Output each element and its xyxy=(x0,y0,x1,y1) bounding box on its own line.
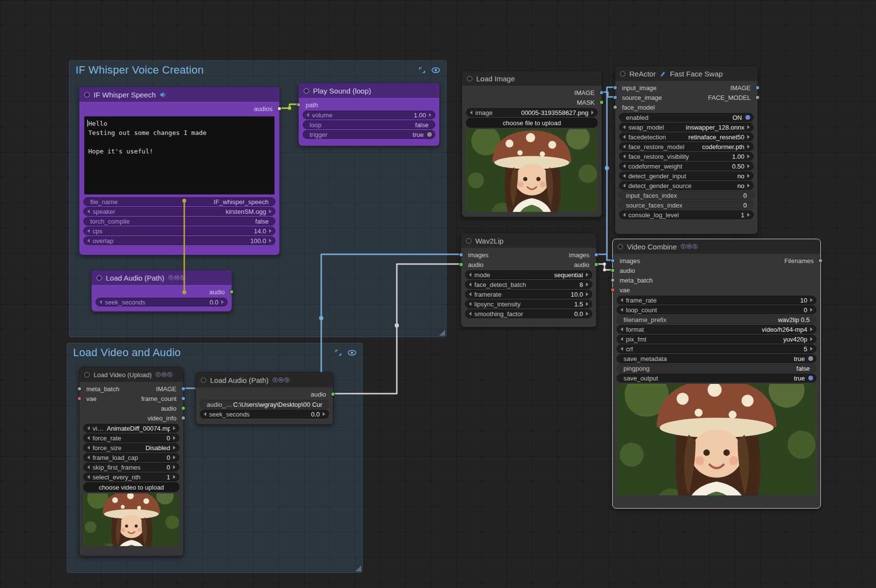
increment-arrow[interactable] xyxy=(269,229,272,233)
toggle-knob[interactable] xyxy=(808,375,814,381)
widget-skip-first-frames[interactable]: skip_first_frames 0 xyxy=(83,463,179,472)
collapse-dot[interactable] xyxy=(201,378,206,383)
increment-arrow[interactable] xyxy=(173,465,175,469)
widget-detect-gender-input[interactable]: detect_gender_input no xyxy=(619,171,754,180)
node-graph-canvas[interactable]: { "canvas": {"width": 1797, "height": 12… xyxy=(0,0,876,588)
increment-arrow[interactable] xyxy=(586,283,588,286)
widget-filename-prefix[interactable]: filename_prefix wav2lip 0.5 xyxy=(617,315,817,324)
decrement-arrow[interactable] xyxy=(469,312,471,316)
increment-arrow[interactable] xyxy=(747,145,750,149)
output-slot-audio[interactable] xyxy=(331,392,335,397)
widget-cps[interactable]: cps 14.0 xyxy=(83,227,275,235)
widget-facedetection[interactable]: facedetection retinaface_resnet50 xyxy=(619,133,754,141)
increment-arrow[interactable] xyxy=(747,125,750,129)
fit-group-icon[interactable] xyxy=(418,67,427,74)
output-slot-image[interactable] xyxy=(756,86,760,90)
node-if-whisper-speech[interactable]: IF Whisper Speech audios Hello Testing o… xyxy=(79,87,280,255)
decrement-arrow[interactable] xyxy=(99,300,102,304)
toggle-knob[interactable] xyxy=(745,114,751,120)
widget-mode[interactable]: mode sequential xyxy=(465,270,592,279)
increment-arrow[interactable] xyxy=(810,327,813,331)
decrement-arrow[interactable] xyxy=(87,209,90,213)
decrement-arrow[interactable] xyxy=(87,465,90,469)
collapse-dot[interactable] xyxy=(620,71,625,76)
decrement-arrow[interactable] xyxy=(469,283,471,286)
output-slot-audios[interactable] xyxy=(277,107,282,111)
increment-arrow[interactable] xyxy=(586,302,588,306)
input-slot-meta-batch[interactable] xyxy=(611,278,615,283)
widget-face-detect-batch[interactable]: face_detect_batch 8 xyxy=(465,280,592,289)
increment-arrow[interactable] xyxy=(747,135,750,139)
widget-torch-compile[interactable]: torch_compile false xyxy=(83,217,275,226)
increment-arrow[interactable] xyxy=(747,154,750,158)
decrement-arrow[interactable] xyxy=(623,184,625,188)
input-slot-audio[interactable] xyxy=(611,268,615,273)
increment-arrow[interactable] xyxy=(269,239,272,243)
output-slot-image[interactable] xyxy=(600,91,604,95)
widget-codeformer-weight[interactable]: codeformer_weight 0.50 xyxy=(619,162,754,171)
output-slot-images[interactable] xyxy=(594,253,599,257)
output-slot-image[interactable] xyxy=(181,387,186,391)
increment-arrow[interactable] xyxy=(810,308,813,312)
widget-overlap[interactable]: overlap 100.0 xyxy=(83,236,275,245)
decrement-arrow[interactable] xyxy=(470,111,472,114)
widget-swap-model[interactable]: swap_model inswapper_128.onnx xyxy=(619,123,754,132)
node-reactor-face-swap[interactable]: ReActor Fast Face Swap input_image IMAGE… xyxy=(615,66,758,234)
widget-loop-count[interactable]: loop_count 0 xyxy=(617,305,817,314)
decrement-arrow[interactable] xyxy=(623,125,625,129)
decrement-arrow[interactable] xyxy=(87,426,90,430)
node-titlebar[interactable]: Load Audio (Path) ⓋⒽⓈ xyxy=(196,373,333,387)
decrement-arrow[interactable] xyxy=(621,308,623,312)
node-load-video-upload[interactable]: Load Video (Upload) ⓋⒽⓈ meta_batch IMAGE… xyxy=(79,367,184,556)
decrement-arrow[interactable] xyxy=(307,113,309,117)
increment-arrow[interactable] xyxy=(747,164,750,168)
increment-arrow[interactable] xyxy=(221,300,224,304)
decrement-arrow[interactable] xyxy=(621,347,623,351)
eye-icon[interactable] xyxy=(431,67,440,74)
widget-seek-seconds[interactable]: seek_seconds 0.0 xyxy=(96,298,228,306)
decrement-arrow[interactable] xyxy=(621,298,623,302)
widget-frame-load-cap[interactable]: frame_load_cap 0 xyxy=(83,453,179,462)
collapse-dot[interactable] xyxy=(97,275,102,281)
node-wav2lip[interactable]: Wav2Lip images images audio audio mode s… xyxy=(461,233,597,327)
node-play-sound[interactable]: Play Sound (loop) path volume 1.00 loop … xyxy=(298,83,440,146)
increment-arrow[interactable] xyxy=(747,174,750,178)
collapse-dot[interactable] xyxy=(618,244,623,249)
widget-crf[interactable]: crf 5 xyxy=(617,344,817,353)
widget-framerate[interactable]: framerate 10.0 xyxy=(465,290,592,299)
decrement-arrow[interactable] xyxy=(87,239,90,243)
node-titlebar[interactable]: Load Image xyxy=(462,71,602,86)
decrement-arrow[interactable] xyxy=(623,135,625,139)
widget-save-output[interactable]: save_output true xyxy=(617,374,817,382)
choose-video-button[interactable]: choose video to upload xyxy=(83,482,179,492)
node-titlebar[interactable]: Load Video (Upload) ⓋⒽⓈ xyxy=(79,367,183,382)
widget-save-metadata[interactable]: save_metadata true xyxy=(617,354,817,363)
widget-input-faces-index[interactable]: input_faces_index 0 xyxy=(619,191,754,200)
decrement-arrow[interactable] xyxy=(469,302,471,306)
decrement-arrow[interactable] xyxy=(204,412,206,416)
output-slot-audio[interactable] xyxy=(181,406,186,411)
output-slot-video-info[interactable] xyxy=(181,416,186,420)
input-slot-source-image[interactable] xyxy=(613,95,618,100)
decrement-arrow[interactable] xyxy=(623,145,625,149)
node-load-audio-whisper[interactable]: Load Audio (Path) ⓋⒽⓈ audio seek_seconds… xyxy=(91,270,232,312)
decrement-arrow[interactable] xyxy=(621,337,623,341)
collapse-dot[interactable] xyxy=(466,238,471,244)
decrement-arrow[interactable] xyxy=(623,164,625,168)
increment-arrow[interactable] xyxy=(173,436,175,440)
collapse-dot[interactable] xyxy=(84,92,90,97)
widget-volume[interactable]: volume 1.00 xyxy=(303,111,435,119)
widget-pix-fmt[interactable]: pix_fmt yuv420p xyxy=(617,335,817,343)
collapse-dot[interactable] xyxy=(84,372,90,378)
input-slot-vae[interactable] xyxy=(611,288,615,292)
decrement-arrow[interactable] xyxy=(87,446,90,450)
increment-arrow[interactable] xyxy=(173,446,175,450)
input-slot-images[interactable] xyxy=(459,253,464,257)
widget-console-log-level[interactable]: console_log_level 1 xyxy=(619,210,754,219)
increment-arrow[interactable] xyxy=(747,184,750,188)
decrement-arrow[interactable] xyxy=(87,455,90,459)
group-resize-handle[interactable] xyxy=(439,330,445,336)
text-widget[interactable]: Hello Testing out some changes I made Ho… xyxy=(84,116,274,194)
widget-face-restore-model[interactable]: face_restore_model codeformer.pth xyxy=(619,142,754,151)
input-slot-vae[interactable] xyxy=(78,397,82,401)
